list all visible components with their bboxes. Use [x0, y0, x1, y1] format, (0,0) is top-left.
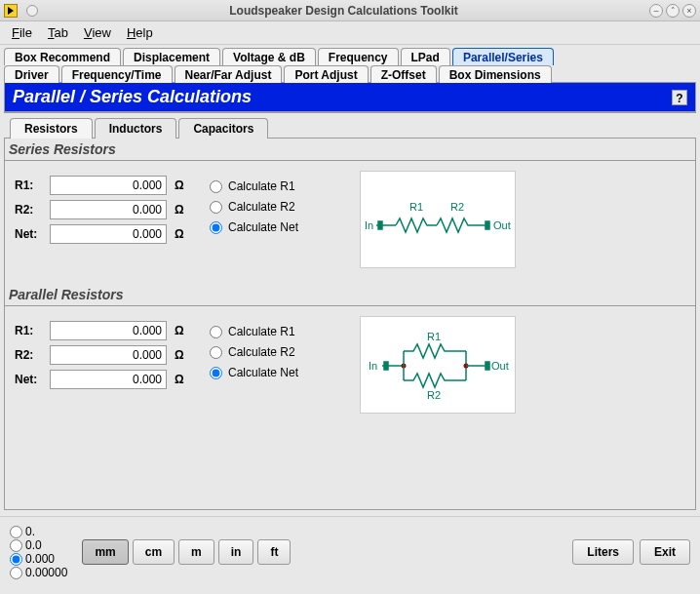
- svg-text:R1: R1: [427, 331, 441, 342]
- tab-parallel-series[interactable]: Parallel/Series: [452, 48, 554, 65]
- svg-text:R1: R1: [409, 201, 423, 213]
- precision-radio-0d[interactable]: [10, 526, 22, 538]
- svg-rect-8: [384, 362, 388, 370]
- menu-help[interactable]: Help: [121, 23, 159, 42]
- subtab-resistors[interactable]: Resistors: [10, 118, 93, 139]
- unit-button-m[interactable]: m: [178, 539, 214, 565]
- series-diagram: R1 R2 In Out: [360, 171, 516, 268]
- unit-button-mm[interactable]: mm: [82, 539, 128, 565]
- parallel-r2-input[interactable]: [50, 345, 167, 365]
- series-calc-net-radio[interactable]: [210, 221, 222, 234]
- series-r2-label: R2:: [15, 203, 50, 217]
- series-calc-r1-radio[interactable]: [210, 180, 222, 193]
- series-calc-r2-label: Calculate R2: [228, 200, 295, 214]
- series-section-title: Series Resistors: [5, 139, 695, 161]
- svg-rect-14: [486, 362, 489, 370]
- tab-near-far-adjust[interactable]: Near/Far Adjust: [175, 65, 283, 83]
- svg-rect-2: [486, 221, 489, 229]
- unit-button-ft[interactable]: ft: [257, 539, 291, 565]
- ohm-unit: Ω: [175, 203, 184, 217]
- parallel-r2-label: R2:: [15, 348, 50, 362]
- precision-radio-0d0[interactable]: [10, 539, 22, 552]
- minimize-button[interactable]: –: [649, 4, 663, 18]
- svg-text:In: In: [369, 360, 377, 372]
- precision-label: 0.0: [25, 538, 42, 552]
- tab-box-recommend[interactable]: Box Recommend: [4, 48, 121, 65]
- tab-lpad[interactable]: LPad: [401, 48, 450, 65]
- window-title: Loudspeaker Design Calculations Toolkit: [38, 4, 649, 18]
- parallel-diagram: R1 R2 In Out: [360, 316, 516, 414]
- tab-port-adjust[interactable]: Port Adjust: [284, 65, 368, 83]
- close-button[interactable]: ×: [682, 4, 696, 18]
- ohm-unit: Ω: [175, 227, 184, 241]
- svg-text:In: In: [365, 219, 373, 231]
- svg-rect-1: [378, 221, 382, 229]
- svg-text:Out: Out: [493, 219, 511, 231]
- series-net-label: Net:: [15, 227, 50, 241]
- app-icon: [4, 4, 18, 18]
- ohm-unit: Ω: [175, 324, 184, 337]
- parallel-calc-r1-label: Calculate R1: [228, 325, 295, 338]
- panel-title: Parallel / Series Calculations: [13, 87, 252, 107]
- maximize-button[interactable]: ˄: [666, 4, 680, 18]
- series-calc-r2-radio[interactable]: [210, 201, 222, 214]
- ohm-unit: Ω: [175, 373, 184, 386]
- parallel-net-input[interactable]: [50, 370, 167, 389]
- parallel-r1-label: R1:: [15, 324, 50, 337]
- svg-text:Out: Out: [491, 360, 509, 372]
- parallel-calc-r1-radio[interactable]: [210, 326, 222, 338]
- precision-label: 0.000: [25, 552, 55, 566]
- tab-frequency[interactable]: Frequency: [318, 48, 399, 65]
- subtab-inductors[interactable]: Inductors: [95, 118, 177, 139]
- svg-text:R2: R2: [450, 201, 464, 213]
- tab-frequency-time[interactable]: Frequency/Time: [61, 65, 173, 83]
- svg-text:R2: R2: [427, 389, 441, 401]
- menu-tab[interactable]: Tab: [42, 23, 74, 42]
- series-r2-input[interactable]: [50, 200, 167, 219]
- parallel-calc-r2-radio[interactable]: [210, 346, 222, 359]
- help-button[interactable]: ?: [672, 90, 687, 105]
- unit-button-in[interactable]: in: [218, 539, 254, 565]
- subtab-capacitors[interactable]: Capacitors: [178, 118, 268, 139]
- liters-button[interactable]: Liters: [572, 539, 634, 565]
- precision-radio-0d00000[interactable]: [10, 567, 22, 579]
- titlebar-dot-icon: [26, 5, 38, 17]
- parallel-section-title: Parallel Resistors: [5, 284, 695, 306]
- series-net-input[interactable]: [50, 224, 167, 244]
- ohm-unit: Ω: [175, 178, 184, 192]
- parallel-calc-net-radio[interactable]: [210, 367, 222, 379]
- parallel-calc-r2-label: Calculate R2: [228, 345, 295, 359]
- precision-radio-0d000[interactable]: [10, 553, 22, 566]
- precision-label: 0.: [25, 525, 35, 538]
- tab-voltage-db[interactable]: Voltage & dB: [222, 48, 316, 65]
- exit-button[interactable]: Exit: [640, 539, 690, 565]
- tab-displacement[interactable]: Displacement: [123, 48, 220, 65]
- series-r1-input[interactable]: [50, 176, 167, 195]
- parallel-net-label: Net:: [15, 373, 50, 386]
- tab-driver[interactable]: Driver: [4, 65, 59, 83]
- precision-label: 0.00000: [25, 566, 67, 579]
- series-r1-label: R1:: [15, 178, 50, 192]
- ohm-unit: Ω: [175, 348, 184, 362]
- parallel-r1-input[interactable]: [50, 321, 167, 340]
- series-calc-r1-label: Calculate R1: [228, 179, 295, 193]
- tab-box-dimensions[interactable]: Box Dimensions: [439, 65, 552, 83]
- parallel-calc-net-label: Calculate Net: [228, 366, 298, 379]
- menu-file[interactable]: File: [6, 23, 38, 42]
- series-calc-net-label: Calculate Net: [228, 220, 298, 234]
- tab-z-offset[interactable]: Z-Offset: [370, 65, 437, 83]
- menu-view[interactable]: View: [78, 23, 117, 42]
- unit-button-cm[interactable]: cm: [133, 539, 175, 565]
